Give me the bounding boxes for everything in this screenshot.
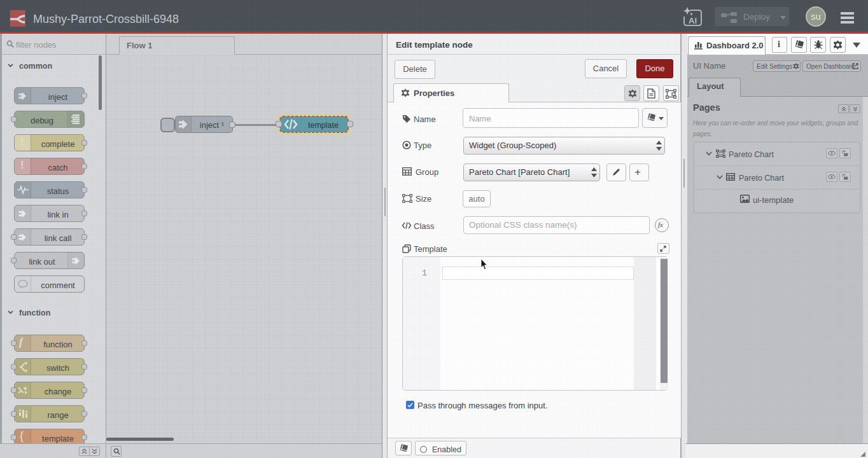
svg-text:AI: AI: [689, 16, 697, 25]
